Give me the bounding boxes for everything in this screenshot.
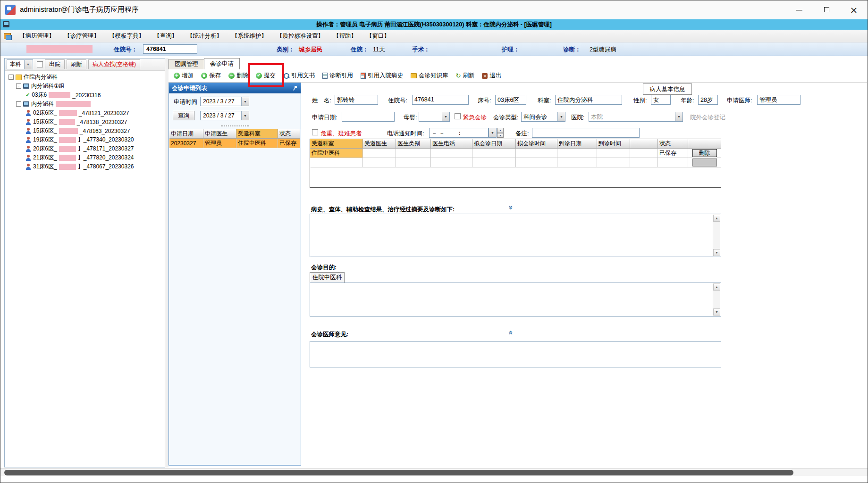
query-button[interactable]: 查询 bbox=[173, 111, 194, 120]
col-planned-time[interactable]: 拟会诊时间 bbox=[516, 139, 557, 149]
scroll-down-icon[interactable]: ▼ bbox=[713, 308, 720, 316]
expand-chevron-icon[interactable]: « bbox=[506, 330, 515, 335]
purpose-dept-tab[interactable]: 住院中医科 bbox=[310, 272, 345, 283]
patient-basic-info-tab[interactable]: 病人基本信息 bbox=[643, 83, 692, 95]
tree-group-2[interactable]: - 内分泌科 bbox=[5, 100, 165, 108]
cite-document-button[interactable]: 引用文书 bbox=[280, 70, 318, 81]
critical-checkbox[interactable] bbox=[312, 129, 318, 135]
dept-filter-combo[interactable]: 本科 ▼ bbox=[7, 59, 33, 69]
consult-opinion-textarea[interactable] bbox=[310, 341, 721, 367]
col-invited-doctor[interactable]: 受邀医生 bbox=[363, 139, 396, 149]
tree-item-patient[interactable]: 02床6区_ _478121_20230327 bbox=[5, 108, 165, 117]
menu-record-mgmt[interactable]: 【病历管理】 bbox=[15, 30, 59, 42]
vertical-scrollbar[interactable]: ▲ ▼ bbox=[713, 215, 720, 256]
horizontal-scrollbar[interactable] bbox=[0, 468, 868, 476]
col-doctor-phone[interactable]: 医生电话 bbox=[431, 139, 472, 149]
refresh-tree-button[interactable]: 刷新 bbox=[67, 59, 86, 69]
consult-purpose-textarea[interactable]: ▲ ▼ bbox=[310, 283, 721, 316]
resize-grip[interactable] bbox=[221, 125, 249, 126]
scroll-up-icon[interactable]: ▲ bbox=[713, 283, 720, 291]
exit-button[interactable]: × 退出 bbox=[479, 70, 505, 81]
phone-time-spinner[interactable]: ▲ ▼ bbox=[497, 128, 504, 138]
tree-item-patient[interactable]: 31床6区_ 】_478067_20230326 bbox=[5, 162, 165, 171]
minimize-button[interactable]: — bbox=[785, 0, 813, 19]
tree-group-1[interactable]: - 内分泌科①组 bbox=[5, 82, 165, 91]
history-summary-textarea[interactable]: ▲ ▼ bbox=[310, 214, 721, 257]
dept-field[interactable]: 住院内分泌科 bbox=[555, 95, 622, 105]
save-button[interactable]: 保存 bbox=[198, 70, 224, 81]
tree-root-dept[interactable]: - 住院内分泌科 bbox=[5, 73, 165, 82]
submit-button[interactable]: ✔ 提交 bbox=[253, 70, 279, 81]
age-field[interactable]: 28岁 bbox=[698, 95, 718, 105]
scrollbar-thumb[interactable] bbox=[4, 470, 793, 475]
menu-statistics[interactable]: 【统计分析】 bbox=[182, 30, 227, 42]
collapse-icon[interactable]: - bbox=[16, 83, 21, 89]
col-invited-dept[interactable]: 受邀科室 bbox=[310, 139, 363, 149]
patient-search-button[interactable]: 病人查找(空格键) bbox=[88, 59, 140, 69]
discharge-button[interactable]: 出院 bbox=[45, 59, 65, 69]
maternal-combo[interactable]: ▼ bbox=[419, 112, 450, 122]
scroll-down-icon[interactable]: ▼ bbox=[713, 249, 720, 256]
menu-treatment-mgmt[interactable]: 【诊疗管理】 bbox=[59, 30, 104, 42]
tree-item-patient[interactable]: 19床6区_ 】_477340_20230320 bbox=[5, 135, 165, 144]
discharge-checkbox[interactable] bbox=[37, 61, 43, 67]
tree-item-patient[interactable]: 15床6区_ _478138_20230327 bbox=[5, 117, 165, 126]
menu-qc-settings[interactable]: 【质控标准设置】 bbox=[272, 30, 329, 42]
req-doctor-field[interactable]: 管理员 bbox=[757, 95, 801, 105]
consult-type-combo[interactable]: 科间会诊 ▼ bbox=[521, 112, 565, 122]
col-empty[interactable] bbox=[630, 139, 658, 149]
cite-diagnosis-button[interactable]: 诊断引用 bbox=[319, 70, 356, 81]
col-apply-doctor[interactable]: 申请医生 bbox=[203, 129, 236, 139]
tree-item-patient[interactable]: 21床6区_ 】_477820_20230324 bbox=[5, 153, 165, 162]
knowledge-base-button[interactable]: 会诊知识库 bbox=[407, 70, 452, 81]
col-apply-date[interactable]: 申请日期 bbox=[169, 129, 203, 139]
tab-order-management[interactable]: 医嘱管理 bbox=[169, 59, 204, 69]
cite-admission-history-button[interactable]: 引用入院病史 bbox=[357, 70, 406, 81]
add-button[interactable]: + 增加 bbox=[170, 70, 197, 81]
name-field[interactable]: 郭铃铃 bbox=[335, 95, 378, 105]
tree-item-checked-patient[interactable]: ✔ 03床6 _20230316 bbox=[5, 91, 165, 100]
collapse-icon[interactable]: - bbox=[8, 75, 14, 80]
col-arrive-time[interactable]: 到诊时间 bbox=[597, 139, 630, 149]
date-from-picker[interactable]: 2023 / 3 / 27 ▼ bbox=[200, 97, 249, 106]
col-invited-dept[interactable]: 受邀科室 bbox=[236, 129, 278, 139]
collapse-chevron-icon[interactable]: » bbox=[506, 205, 515, 210]
admission-field[interactable]: 476841 bbox=[412, 95, 469, 105]
urgent-checkbox[interactable] bbox=[455, 113, 461, 119]
phone-time-dropdown[interactable]: ▼ bbox=[489, 128, 497, 138]
remark-field[interactable] bbox=[532, 128, 640, 138]
delete-button[interactable]: − 删除 bbox=[225, 70, 252, 81]
phone-time-field[interactable]: － － ： bbox=[429, 128, 489, 138]
blank-row-button[interactable] bbox=[692, 158, 717, 167]
tree-item-patient[interactable]: 20床6区_ 】_478171_20230327 bbox=[5, 144, 165, 153]
invite-table-empty-row[interactable] bbox=[310, 158, 721, 167]
col-status[interactable]: 状态 bbox=[278, 129, 300, 139]
gender-field[interactable]: 女 bbox=[651, 95, 671, 105]
delete-row-button[interactable]: 删除 bbox=[692, 149, 717, 157]
invite-table-row[interactable]: 住院中医科 已保存 删除 bbox=[310, 149, 721, 158]
panel-splitter[interactable] bbox=[165, 58, 169, 467]
apply-date-field[interactable] bbox=[342, 112, 395, 122]
hospital-combo[interactable]: 本院 ▼ bbox=[589, 112, 683, 122]
menu-window[interactable]: 【窗口】 bbox=[362, 30, 395, 42]
bed-field[interactable]: 03床6区 bbox=[495, 95, 526, 105]
request-table-row[interactable]: 20230327 管理员 住院中医科 已保存 bbox=[169, 139, 301, 148]
pin-icon[interactable] bbox=[292, 85, 298, 91]
external-consult-reg-link[interactable]: 院外会诊登记 bbox=[690, 114, 725, 122]
menu-query[interactable]: 【查询】 bbox=[149, 30, 182, 42]
close-button[interactable]: × bbox=[840, 0, 868, 19]
tree-item-patient[interactable]: 15床6区_ _478163_20230327 bbox=[5, 126, 165, 135]
scroll-up-icon[interactable]: ▲ bbox=[713, 215, 720, 222]
col-doctor-type[interactable]: 医生类别 bbox=[396, 139, 431, 149]
col-status[interactable]: 状态 bbox=[658, 139, 688, 149]
date-to-picker[interactable]: 2023 / 3 / 27 ▼ bbox=[200, 111, 249, 120]
tab-consult-request[interactable]: 会诊申请 bbox=[204, 58, 240, 69]
menu-system-maint[interactable]: 【系统维护】 bbox=[227, 30, 272, 42]
col-arrive-date[interactable]: 到诊日期 bbox=[557, 139, 597, 149]
refresh-button[interactable]: ↻ 刷新 bbox=[453, 70, 478, 81]
menu-template-dict[interactable]: 【模板字典】 bbox=[104, 30, 149, 42]
maximize-button[interactable] bbox=[813, 0, 840, 19]
collapse-icon[interactable]: - bbox=[16, 101, 21, 107]
col-action[interactable] bbox=[688, 139, 721, 149]
vertical-scrollbar[interactable]: ▲ ▼ bbox=[713, 283, 720, 316]
